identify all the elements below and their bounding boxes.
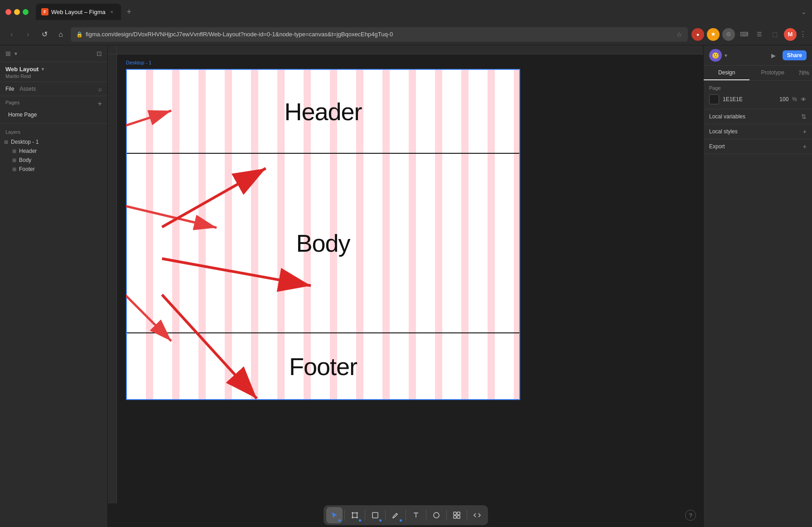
tab-design[interactable]: Design (704, 66, 749, 80)
back-button[interactable]: ‹ (5, 28, 18, 41)
svg-rect-23 (454, 516, 456, 518)
tab-prototype[interactable]: Prototype (749, 66, 795, 80)
local-variables-row: Local variables ⇅ (704, 109, 812, 124)
titlebar-right: ⌄ (801, 8, 807, 15)
sidebar-project: Web Layout ▼ Martin Reid (0, 62, 107, 82)
tab-title: Web Layout – Figma (51, 9, 106, 15)
page-color-opacity: 100 (779, 96, 788, 102)
design-footer-section: Footer (127, 333, 519, 399)
layers-section-title: Layers (5, 129, 20, 135)
tab-bar: F Web Layout – Figma × + (36, 4, 798, 20)
page-color-swatch[interactable] (709, 94, 719, 104)
local-variables-label: Local variables (709, 113, 745, 120)
lock-icon: 🔒 (76, 31, 83, 38)
text-tool-button[interactable] (408, 507, 424, 523)
present-button[interactable]: ▶ (767, 49, 780, 62)
figma-favicon: F (41, 8, 48, 15)
new-tab-button[interactable]: + (123, 5, 135, 18)
reload-button[interactable]: ↺ (38, 28, 51, 41)
export-row: Export + (704, 139, 812, 154)
add-style-button[interactable]: + (803, 128, 807, 135)
code-tool-button[interactable] (469, 507, 485, 523)
local-styles-row: Local styles + (704, 124, 812, 139)
sidebar-item-home-page[interactable]: Home Page (5, 110, 102, 120)
toolbar-divider (344, 510, 345, 521)
layers-section: Layers (0, 123, 107, 137)
tab-close-button[interactable]: × (108, 8, 116, 15)
extension-icon-window[interactable]: ⬚ (768, 28, 781, 41)
layer-body[interactable]: ⊞ Body (0, 156, 107, 165)
svg-rect-21 (454, 512, 456, 515)
export-label: Export (709, 143, 725, 150)
body-label: Body (296, 229, 350, 257)
help-button[interactable]: ? (685, 510, 696, 521)
titlebar-chevron-icon: ⌄ (801, 8, 807, 15)
sidebar: ⊞ ▼ ⊡ Web Layout ▼ Martin Reid File Asse… (0, 45, 108, 527)
add-page-button[interactable]: + (98, 100, 102, 108)
user-avatar: 🙂 (709, 49, 722, 62)
frame-tool-button[interactable] (347, 507, 363, 523)
forward-button[interactable]: › (22, 28, 34, 41)
eye-icon[interactable]: 👁 (801, 96, 807, 103)
tool-indicator (379, 519, 382, 522)
canvas-with-ruler: Desktop - 1 Header Body (108, 54, 703, 503)
local-variables-action-icon[interactable]: ⇅ (801, 113, 807, 120)
active-tab[interactable]: F Web Layout – Figma × (36, 4, 121, 20)
main-layout: ⊞ ▼ ⊡ Web Layout ▼ Martin Reid File Asse… (0, 45, 812, 527)
pages-list: Home Page (0, 110, 107, 120)
page-color-row: 1E1E1E 100 % 👁 (709, 94, 807, 104)
profile-icon[interactable]: M (784, 28, 797, 41)
add-export-button[interactable]: + (803, 143, 807, 150)
extension-icon-tool[interactable]: ⌨ (738, 28, 750, 41)
shape-tool-button[interactable] (367, 507, 383, 523)
layer-header[interactable]: ⊞ Header (0, 146, 107, 156)
url-text: figma.com/design/DVoxRHVNHjpcJ7ewVvnflR/… (86, 31, 674, 38)
tab-file[interactable]: File (5, 85, 14, 93)
layer-desktop-1[interactable]: ⊞ Desktop - 1 (0, 137, 107, 146)
page-color-unit: % (792, 96, 797, 102)
ruler-corner (108, 45, 117, 54)
extension-icon-gray[interactable]: ⚙ (722, 28, 735, 41)
zoom-indicator[interactable]: 78% (796, 66, 812, 80)
url-bar[interactable]: 🔒 figma.com/design/DVoxRHVNHjpcJ7ewVvnfl… (71, 27, 688, 42)
home-button[interactable]: ⌂ (54, 28, 67, 41)
pen-tool-button[interactable] (387, 507, 404, 523)
toolbar-divider (365, 510, 365, 521)
ruler-left (108, 54, 117, 503)
browser-menu-button[interactable]: ⋮ (799, 30, 807, 39)
browser-icons: ● ★ ⚙ ⌨ ☰ ⬚ M ⋮ (691, 28, 807, 41)
extension-icon-yellow[interactable]: ★ (707, 28, 720, 41)
svg-rect-17 (372, 512, 378, 518)
extension-icon-list[interactable]: ☰ (753, 28, 766, 41)
design-frame[interactable]: Header Body Footer (126, 69, 520, 400)
share-button[interactable]: Share (783, 50, 807, 60)
project-chevron-icon: ▼ (40, 67, 45, 72)
toolbar-divider (446, 510, 447, 521)
footer-label: Footer (289, 352, 357, 381)
page-section-title: Page (709, 85, 807, 91)
tool-indicator (338, 519, 341, 522)
search-icon[interactable]: ⌕ (98, 85, 102, 93)
canvas-viewport[interactable]: Desktop - 1 Header Body (117, 54, 703, 503)
minimize-button[interactable] (14, 9, 20, 15)
ellipse-tool-button[interactable] (428, 507, 445, 523)
toolbar-tools (324, 505, 488, 525)
svg-rect-22 (457, 512, 460, 515)
select-tool-button[interactable] (326, 507, 343, 523)
project-title[interactable]: Web Layout ▼ (5, 66, 45, 73)
extension-icon-red[interactable]: ● (691, 28, 704, 41)
tab-assets[interactable]: Assets (19, 85, 36, 93)
addressbar: ‹ › ↺ ⌂ 🔒 figma.com/design/DVoxRHVNHjpcJ… (0, 24, 812, 45)
frame-icon: ⊞ (3, 139, 9, 145)
svg-point-20 (434, 512, 439, 518)
layer-footer[interactable]: ⊞ Footer (0, 165, 107, 174)
right-panel-buttons: ▶ Share (767, 49, 807, 62)
project-author: Martin Reid (5, 73, 102, 79)
frame-icon-body: ⊞ (11, 157, 17, 163)
close-button[interactable] (5, 9, 11, 15)
components-tool-button[interactable] (449, 507, 465, 523)
panel-icon[interactable]: ⊡ (97, 50, 102, 57)
maximize-button[interactable] (23, 9, 29, 15)
grid-icon: ⊞ (5, 50, 11, 57)
page-section: Page 1E1E1E 100 % 👁 (704, 81, 812, 109)
